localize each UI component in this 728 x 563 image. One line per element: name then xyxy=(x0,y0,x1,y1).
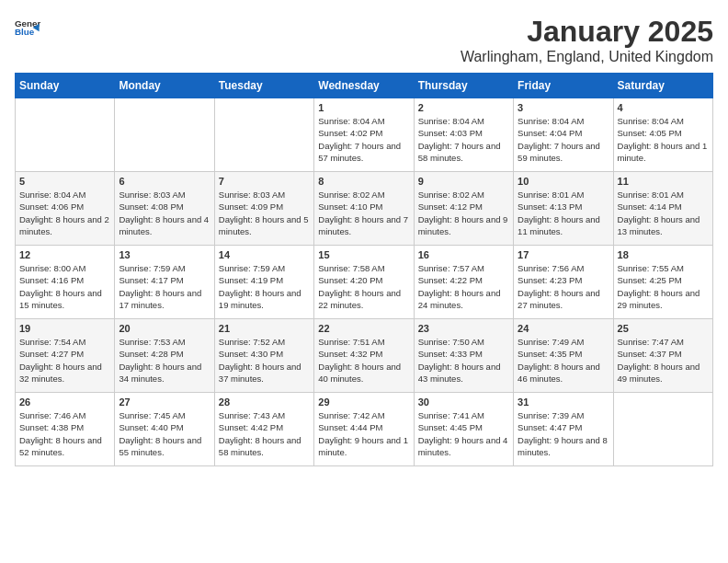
calendar-day: 28Sunrise: 7:43 AM Sunset: 4:42 PM Dayli… xyxy=(214,393,313,466)
calendar-day: 21Sunrise: 7:52 AM Sunset: 4:30 PM Dayli… xyxy=(214,319,313,393)
day-number: 30 xyxy=(418,396,509,408)
day-info: Sunrise: 7:57 AM Sunset: 4:22 PM Dayligh… xyxy=(418,262,509,311)
day-info: Sunrise: 7:49 AM Sunset: 4:35 PM Dayligh… xyxy=(518,336,609,385)
calendar-day: 29Sunrise: 7:42 AM Sunset: 4:44 PM Dayli… xyxy=(314,393,414,466)
day-info: Sunrise: 7:54 AM Sunset: 4:27 PM Dayligh… xyxy=(19,336,110,385)
header-day: Wednesday xyxy=(314,74,414,98)
day-number: 19 xyxy=(19,323,110,334)
day-info: Sunrise: 8:04 AM Sunset: 4:06 PM Dayligh… xyxy=(19,189,110,237)
day-info: Sunrise: 7:43 AM Sunset: 4:42 PM Dayligh… xyxy=(219,409,310,458)
day-number: 8 xyxy=(318,176,409,187)
header-day: Friday xyxy=(514,74,613,98)
day-number: 31 xyxy=(518,396,609,408)
calendar-day: 20Sunrise: 7:53 AM Sunset: 4:28 PM Dayli… xyxy=(115,319,214,393)
calendar-day: 31Sunrise: 7:39 AM Sunset: 4:47 PM Dayli… xyxy=(514,393,613,466)
day-info: Sunrise: 7:39 AM Sunset: 4:47 PM Dayligh… xyxy=(518,409,609,458)
calendar-day: 2Sunrise: 8:04 AM Sunset: 4:03 PM Daylig… xyxy=(414,98,513,172)
day-number: 26 xyxy=(19,396,110,408)
day-info: Sunrise: 8:00 AM Sunset: 4:16 PM Dayligh… xyxy=(19,262,110,311)
day-number: 24 xyxy=(518,323,609,334)
day-info: Sunrise: 7:47 AM Sunset: 4:37 PM Dayligh… xyxy=(618,336,709,385)
calendar-day: 5Sunrise: 8:04 AM Sunset: 4:06 PM Daylig… xyxy=(16,172,115,246)
day-info: Sunrise: 7:59 AM Sunset: 4:17 PM Dayligh… xyxy=(119,262,210,311)
day-number: 14 xyxy=(219,249,310,260)
day-info: Sunrise: 7:52 AM Sunset: 4:30 PM Dayligh… xyxy=(219,336,310,385)
calendar-header: SundayMondayTuesdayWednesdayThursdayFrid… xyxy=(16,74,713,98)
calendar-day: 12Sunrise: 8:00 AM Sunset: 4:16 PM Dayli… xyxy=(16,246,115,319)
day-number: 22 xyxy=(318,323,409,334)
day-info: Sunrise: 7:59 AM Sunset: 4:19 PM Dayligh… xyxy=(219,262,310,311)
day-info: Sunrise: 8:04 AM Sunset: 4:04 PM Dayligh… xyxy=(518,115,609,164)
day-info: Sunrise: 7:46 AM Sunset: 4:38 PM Dayligh… xyxy=(19,409,110,458)
day-number: 7 xyxy=(219,176,310,187)
header-day: Thursday xyxy=(414,74,513,98)
calendar-day: 1Sunrise: 8:04 AM Sunset: 4:02 PM Daylig… xyxy=(314,98,414,172)
calendar-body: 1Sunrise: 8:04 AM Sunset: 4:02 PM Daylig… xyxy=(16,98,713,466)
day-info: Sunrise: 8:03 AM Sunset: 4:09 PM Dayligh… xyxy=(219,189,310,237)
day-info: Sunrise: 8:04 AM Sunset: 4:02 PM Dayligh… xyxy=(318,115,409,164)
day-info: Sunrise: 7:56 AM Sunset: 4:23 PM Dayligh… xyxy=(518,262,609,311)
calendar-day: 26Sunrise: 7:46 AM Sunset: 4:38 PM Dayli… xyxy=(16,393,115,466)
day-info: Sunrise: 8:01 AM Sunset: 4:13 PM Dayligh… xyxy=(518,189,609,237)
calendar-week: 1Sunrise: 8:04 AM Sunset: 4:02 PM Daylig… xyxy=(16,98,713,172)
calendar-subtitle: Warlingham, England, United Kingdom xyxy=(461,49,713,65)
day-info: Sunrise: 8:03 AM Sunset: 4:08 PM Dayligh… xyxy=(119,189,210,237)
header-day: Monday xyxy=(115,74,214,98)
day-number: 28 xyxy=(219,396,310,408)
calendar-day: 13Sunrise: 7:59 AM Sunset: 4:17 PM Dayli… xyxy=(115,246,214,319)
day-info: Sunrise: 8:04 AM Sunset: 4:03 PM Dayligh… xyxy=(418,115,509,164)
calendar-week: 26Sunrise: 7:46 AM Sunset: 4:38 PM Dayli… xyxy=(16,393,713,466)
day-info: Sunrise: 7:45 AM Sunset: 4:40 PM Dayligh… xyxy=(119,409,210,458)
calendar-day: 6Sunrise: 8:03 AM Sunset: 4:08 PM Daylig… xyxy=(115,172,214,246)
day-info: Sunrise: 7:51 AM Sunset: 4:32 PM Dayligh… xyxy=(318,336,409,385)
calendar-day: 9Sunrise: 8:02 AM Sunset: 4:12 PM Daylig… xyxy=(414,172,513,246)
header-day: Sunday xyxy=(16,74,115,98)
day-info: Sunrise: 7:41 AM Sunset: 4:45 PM Dayligh… xyxy=(418,409,509,458)
calendar-week: 19Sunrise: 7:54 AM Sunset: 4:27 PM Dayli… xyxy=(16,319,713,393)
day-number: 13 xyxy=(119,249,210,260)
calendar-day: 7Sunrise: 8:03 AM Sunset: 4:09 PM Daylig… xyxy=(214,172,313,246)
calendar-day: 19Sunrise: 7:54 AM Sunset: 4:27 PM Dayli… xyxy=(16,319,115,393)
svg-text:Blue: Blue xyxy=(15,27,35,37)
empty-day xyxy=(214,98,313,172)
day-info: Sunrise: 7:58 AM Sunset: 4:20 PM Dayligh… xyxy=(318,262,409,311)
calendar-day: 11Sunrise: 8:01 AM Sunset: 4:14 PM Dayli… xyxy=(613,172,712,246)
calendar-day: 4Sunrise: 8:04 AM Sunset: 4:05 PM Daylig… xyxy=(613,98,712,172)
calendar-day: 22Sunrise: 7:51 AM Sunset: 4:32 PM Dayli… xyxy=(314,319,414,393)
day-number: 11 xyxy=(618,176,709,187)
day-info: Sunrise: 8:04 AM Sunset: 4:05 PM Dayligh… xyxy=(618,115,709,164)
day-number: 15 xyxy=(318,249,409,260)
calendar-day: 18Sunrise: 7:55 AM Sunset: 4:25 PM Dayli… xyxy=(613,246,712,319)
logo-icon: General Blue xyxy=(15,15,40,40)
day-number: 1 xyxy=(318,102,409,113)
day-info: Sunrise: 7:53 AM Sunset: 4:28 PM Dayligh… xyxy=(119,336,210,385)
calendar-week: 5Sunrise: 8:04 AM Sunset: 4:06 PM Daylig… xyxy=(16,172,713,246)
day-number: 18 xyxy=(618,249,709,260)
day-info: Sunrise: 7:55 AM Sunset: 4:25 PM Dayligh… xyxy=(618,262,709,311)
calendar-week: 12Sunrise: 8:00 AM Sunset: 4:16 PM Dayli… xyxy=(16,246,713,319)
day-number: 10 xyxy=(518,176,609,187)
day-number: 6 xyxy=(119,176,210,187)
header-day: Saturday xyxy=(613,74,712,98)
day-number: 29 xyxy=(318,396,409,408)
empty-day xyxy=(115,98,214,172)
day-number: 20 xyxy=(119,323,210,334)
calendar-table: SundayMondayTuesdayWednesdayThursdayFrid… xyxy=(15,73,713,466)
day-number: 23 xyxy=(418,323,509,334)
calendar-day: 27Sunrise: 7:45 AM Sunset: 4:40 PM Dayli… xyxy=(115,393,214,466)
calendar-day: 23Sunrise: 7:50 AM Sunset: 4:33 PM Dayli… xyxy=(414,319,513,393)
day-number: 27 xyxy=(119,396,210,408)
calendar-day: 17Sunrise: 7:56 AM Sunset: 4:23 PM Dayli… xyxy=(514,246,613,319)
day-number: 16 xyxy=(418,249,509,260)
day-number: 9 xyxy=(418,176,509,187)
page-header: General Blue January 2025 Warlingham, En… xyxy=(15,15,713,65)
calendar-day: 14Sunrise: 7:59 AM Sunset: 4:19 PM Dayli… xyxy=(214,246,313,319)
title-area: January 2025 Warlingham, England, United… xyxy=(461,15,713,65)
day-number: 4 xyxy=(618,102,709,113)
day-info: Sunrise: 8:01 AM Sunset: 4:14 PM Dayligh… xyxy=(618,189,709,237)
calendar-day: 30Sunrise: 7:41 AM Sunset: 4:45 PM Dayli… xyxy=(414,393,513,466)
header-row: SundayMondayTuesdayWednesdayThursdayFrid… xyxy=(16,74,713,98)
day-info: Sunrise: 7:50 AM Sunset: 4:33 PM Dayligh… xyxy=(418,336,509,385)
day-number: 25 xyxy=(618,323,709,334)
day-number: 12 xyxy=(19,249,110,260)
